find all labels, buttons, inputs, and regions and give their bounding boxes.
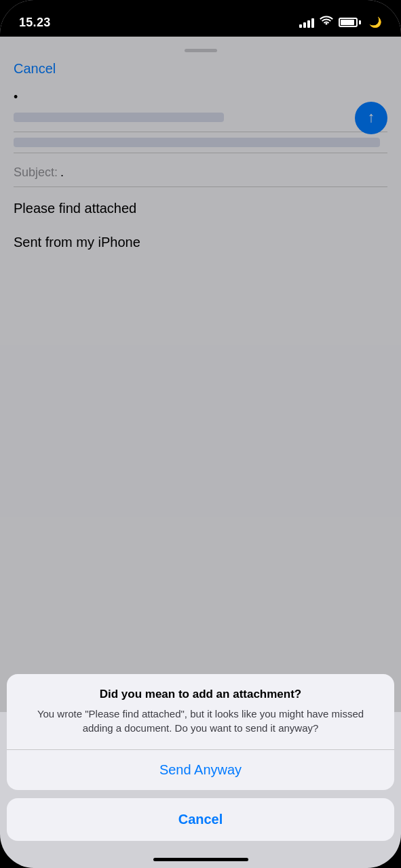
phone-frame: 15.23 🌙 [0, 0, 401, 868]
status-time: 15.23 [19, 16, 51, 30]
email-compose: Cancel ↑ • Subject: . [0, 37, 401, 712]
dimmed-overlay [0, 37, 401, 712]
alert-content: Did you mean to add an attachment? You w… [7, 674, 394, 750]
signal-bars-icon [299, 17, 314, 28]
cancel-bottom-button[interactable]: Cancel [7, 798, 394, 841]
status-icons: 🌙 [299, 16, 382, 29]
alert-title: Did you mean to add an attachment? [23, 688, 378, 701]
moon-icon: 🌙 [369, 16, 382, 28]
battery-icon [339, 18, 361, 27]
cancel-card: Cancel [7, 798, 394, 841]
alert-container: Did you mean to add an attachment? You w… [0, 674, 401, 869]
alert-message: You wrote "Please find attached", but it… [23, 707, 378, 750]
alert-card: Did you mean to add an attachment? You w… [7, 674, 394, 791]
home-indicator [153, 858, 248, 861]
wifi-icon [320, 16, 333, 29]
send-anyway-button[interactable]: Send Anyway [7, 750, 394, 790]
status-bar: 15.23 🌙 [0, 0, 401, 37]
